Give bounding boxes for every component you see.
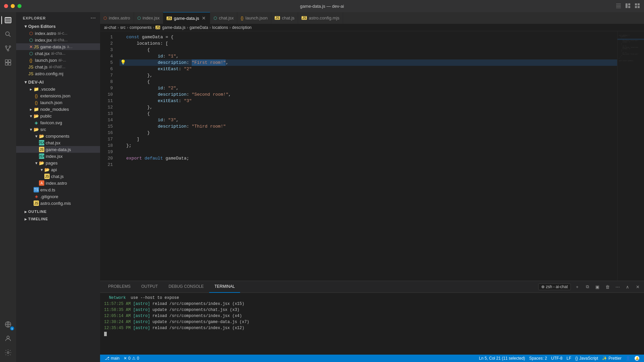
- file-game-data-js[interactable]: JS game-data.js: [16, 146, 100, 153]
- folder-api[interactable]: ▾ 📂 api: [16, 166, 100, 173]
- folder-components[interactable]: ▾ 📂 components: [16, 133, 100, 139]
- terminal-collapse-icon[interactable]: ∧: [624, 283, 631, 290]
- terminal-split-icon[interactable]: ⧉: [584, 283, 591, 290]
- breadcrumb-description[interactable]: description: [232, 25, 251, 30]
- maximize-button[interactable]: [17, 4, 21, 8]
- activity-extensions[interactable]: [1, 56, 15, 69]
- breadcrumb-game-data[interactable]: game-data.js: [162, 25, 185, 30]
- file-env-dts[interactable]: TS env.d.ts: [16, 186, 100, 193]
- open-editor-chat-js[interactable]: JS chat.js ai-chat/...: [16, 63, 100, 70]
- grid-icon[interactable]: [635, 3, 640, 9]
- close-editor-icon[interactable]: ✕: [28, 44, 34, 49]
- folder-public[interactable]: ▾ 📂 public: [16, 112, 100, 119]
- code-line-1: const gameData = {: [120, 34, 617, 40]
- tab-icon-js3: JS: [302, 16, 307, 20]
- json-file-icon: {}: [28, 57, 34, 63]
- terminal-session-label: ⊕ zsh - ai-chat: [538, 283, 571, 290]
- status-remote[interactable]: 👤: [624, 355, 633, 362]
- new-file-icon[interactable]: ⋯: [90, 15, 96, 21]
- tab-index-astro[interactable]: ⬡ index.astro: [100, 12, 134, 24]
- tab-output[interactable]: OUTPUT: [136, 281, 163, 293]
- terminal-trash-icon[interactable]: 🗑: [604, 283, 611, 290]
- prettier-icon: ✨: [602, 356, 607, 361]
- tab-debug-console[interactable]: DEBUG CONSOLE: [163, 281, 209, 293]
- open-editor-game-data-js[interactable]: ✕ JS game-data.js a...: [16, 43, 100, 50]
- open-editor-launch-json[interactable]: {} launch.json ai-...: [16, 57, 100, 63]
- tab-close-icon[interactable]: ✕: [201, 15, 206, 21]
- status-spaces[interactable]: Spaces: 2: [527, 355, 549, 362]
- git-icon: ◈: [34, 194, 39, 199]
- activity-source-control[interactable]: [1, 42, 15, 55]
- code-line-21: [120, 162, 617, 168]
- folder-node-modules[interactable]: ▸ 📁 node_modules: [16, 106, 100, 112]
- tab-terminal[interactable]: TERMINAL: [209, 281, 240, 293]
- terminal-tab-bar: PROBLEMS OUTPUT DEBUG CONSOLE TERMINAL ⊕…: [100, 281, 644, 293]
- breadcrumb-src[interactable]: src: [120, 25, 126, 30]
- file-index-jsx[interactable]: JSX index.jsx: [16, 153, 100, 160]
- activity-explorer[interactable]: [1, 13, 15, 27]
- open-editor-index-astro[interactable]: ⬡ index.astro ai-c...: [16, 30, 100, 37]
- activity-account[interactable]: [1, 332, 15, 345]
- outline-section[interactable]: ▸ Outline: [16, 208, 100, 215]
- status-prettier[interactable]: ✨ Prettier: [600, 355, 624, 362]
- file-extensions-json[interactable]: {} extensions.json: [16, 92, 100, 99]
- tab-index-jsx[interactable]: ⬡ index.jsx: [134, 12, 164, 24]
- open-editors-section[interactable]: ▾ Open Editors: [16, 22, 100, 30]
- file-index-astro[interactable]: A index.astro: [16, 180, 100, 186]
- status-notifications[interactable]: 🔔: [633, 355, 641, 362]
- breadcrumb-ai-chat[interactable]: ai-chat: [104, 25, 116, 30]
- tab-game-data-js[interactable]: JS game-data.js ✕: [163, 12, 210, 24]
- tab-icon-astro: ⬡: [103, 16, 107, 20]
- code-editor[interactable]: const gameData = { locations: [ {: [117, 31, 617, 281]
- breadcrumb-game-data-obj[interactable]: gameData: [189, 25, 208, 30]
- terminal-close-icon[interactable]: ✕: [634, 283, 641, 290]
- code-line-5[interactable]: 💡 description: "First room!",: [120, 59, 617, 66]
- code-line-13: {: [120, 110, 617, 117]
- tab-problems[interactable]: PROBLEMS: [103, 281, 136, 293]
- breadcrumb-components[interactable]: components: [130, 25, 151, 30]
- tab-astro-config[interactable]: JS astro.config.mjs: [298, 12, 343, 24]
- lightbulb-icon[interactable]: 💡: [120, 59, 126, 66]
- status-errors[interactable]: ✕ 0 ⚠ 0: [122, 355, 141, 362]
- tab-chat-js[interactable]: JS chat.js: [271, 12, 298, 24]
- file-launch-json[interactable]: {} launch.json: [16, 99, 100, 106]
- breadcrumb-locations[interactable]: locations: [212, 25, 228, 30]
- status-line-ending[interactable]: LF: [564, 355, 573, 362]
- status-language[interactable]: {} JavaScript: [573, 355, 600, 362]
- folder-vscode[interactable]: ▸ 📁 .vscode: [16, 86, 100, 92]
- activity-search[interactable]: [1, 28, 15, 41]
- file-astro-config[interactable]: JS astro.config.mis: [16, 200, 100, 207]
- svg-point-12: [6, 32, 9, 36]
- terminal-body[interactable]: Network use --host to expose 11:57:25 AM…: [100, 293, 644, 355]
- tab-launch-json[interactable]: {} launch.json: [237, 12, 271, 24]
- open-editor-index-jsx[interactable]: ⬡ index.jsx ai-cha...: [16, 37, 100, 43]
- terminal-more-icon[interactable]: ⋯: [614, 283, 621, 290]
- main-layout: 1 Explorer ⋯ ▾ Open Editors ⬡: [0, 12, 644, 362]
- folder-pages[interactable]: ▾ 📂 pages: [16, 160, 100, 166]
- status-git-branch[interactable]: ⎇ main: [103, 355, 122, 362]
- tab-chat-jsx[interactable]: ⬡ chat.jsx: [210, 12, 237, 24]
- timeline-section[interactable]: ▸ Timeline: [16, 215, 100, 223]
- folder-src[interactable]: ▾ 📂 src: [16, 126, 100, 133]
- activity-remote[interactable]: 1: [1, 318, 15, 331]
- file-chat-jsx[interactable]: JSX chat.jsx: [16, 139, 100, 146]
- dev-ai-section[interactable]: ▾ DEV-AI: [16, 78, 100, 86]
- terminal-add-icon[interactable]: +: [573, 283, 581, 290]
- sidebar-toggle-icon[interactable]: [616, 3, 621, 9]
- open-editor-chat-jsx[interactable]: ⬡ chat.jsx ai-cha...: [16, 50, 100, 57]
- status-cursor-pos[interactable]: Ln 5, Col 21 (11 selected): [477, 355, 527, 362]
- svg-rect-1: [616, 5, 621, 5]
- status-encoding[interactable]: UTF-8: [549, 355, 564, 362]
- open-editor-astro-config[interactable]: JS astro.config.mj: [16, 70, 100, 77]
- activity-settings[interactable]: [1, 346, 15, 359]
- terminal-layout-icon[interactable]: ▣: [594, 283, 601, 290]
- svg-rect-7: [635, 3, 637, 5]
- layout-icon[interactable]: [625, 3, 631, 9]
- notification-badge: 1: [10, 326, 14, 330]
- file-favicon-svg[interactable]: ◈ favicon.svg: [16, 119, 100, 126]
- file-gitignore[interactable]: ◈ .gitignore: [16, 193, 100, 200]
- svg-rect-2: [616, 6, 621, 7]
- file-chat-js[interactable]: JS chat.js: [16, 173, 100, 180]
- minimize-button[interactable]: [11, 4, 15, 8]
- close-button[interactable]: [4, 4, 8, 8]
